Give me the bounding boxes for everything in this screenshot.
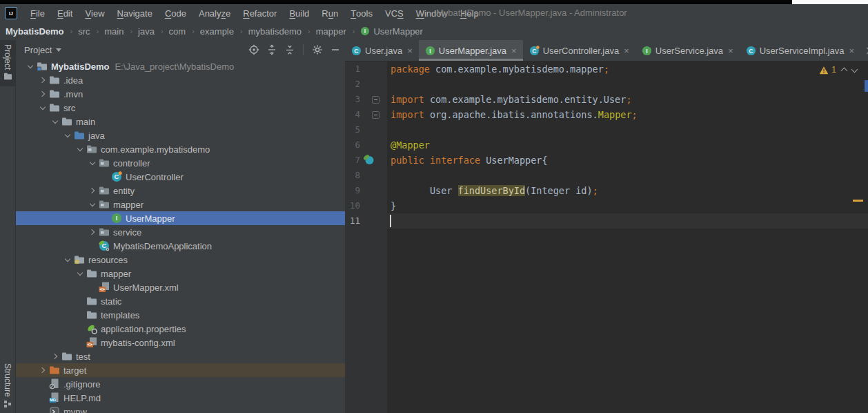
chevron-right-icon[interactable] bbox=[86, 225, 98, 239]
tree-item-main[interactable]: main bbox=[16, 115, 345, 128]
mybatis-mapper-gutter-icon[interactable] bbox=[363, 154, 374, 167]
tree-item-mapper[interactable]: mapper bbox=[16, 267, 345, 280]
tree-item--mvn[interactable]: .mvn bbox=[16, 87, 345, 101]
breadcrumb-item-mybatisdemo[interactable]: MybatisDemo bbox=[0, 26, 66, 37]
menu-code[interactable]: Code bbox=[159, 4, 193, 22]
menu-run[interactable]: Run bbox=[315, 4, 344, 22]
tree-item-controller[interactable]: controller bbox=[16, 156, 345, 170]
select-opened-file-button[interactable] bbox=[248, 44, 259, 56]
next-problem-icon[interactable] bbox=[851, 66, 858, 73]
tab-userserviceimpl-java[interactable]: CUserServiceImpl.java× bbox=[740, 40, 860, 61]
chevron-right-icon[interactable] bbox=[86, 184, 98, 198]
tree-item-resources[interactable]: resources bbox=[16, 253, 345, 267]
settings-gear-button[interactable] bbox=[311, 44, 323, 56]
chevron-right-icon[interactable] bbox=[37, 363, 48, 377]
menu-refactor[interactable]: Refactor bbox=[237, 4, 283, 22]
tree-item-mybatis-config-xml[interactable]: <>mybatis-config.xml bbox=[16, 336, 345, 349]
tree-item--idea[interactable]: .idea bbox=[16, 73, 345, 87]
close-tab-icon[interactable]: × bbox=[624, 46, 629, 55]
tab-userservice-java[interactable]: IUserService.java× bbox=[635, 40, 740, 61]
menu-view[interactable]: View bbox=[79, 4, 110, 22]
code-line-10[interactable]: } bbox=[388, 198, 868, 213]
tool-window-button-project[interactable]: Project bbox=[0, 40, 15, 86]
close-tab-icon[interactable]: × bbox=[849, 46, 855, 55]
tree-item-target[interactable]: target bbox=[16, 363, 345, 377]
close-tab-icon[interactable]: × bbox=[728, 46, 733, 55]
tree-item-mybatisdemoapplication[interactable]: CMybatisDemoApplication bbox=[16, 239, 345, 253]
tree-item-test[interactable]: test bbox=[16, 349, 345, 363]
menu-tools[interactable]: Tools bbox=[344, 4, 379, 22]
code-line-6[interactable]: @Mapper bbox=[388, 137, 868, 153]
tree-item-usermapper[interactable]: IUserMapper bbox=[16, 211, 345, 225]
code-editor[interactable]: 1234567891011 package com.example.mybati… bbox=[345, 61, 868, 413]
hide-panel-button[interactable] bbox=[329, 44, 341, 56]
tree-item-com-example-mybatisdemo[interactable]: com.example.mybatisdemo bbox=[16, 142, 345, 156]
menu-file[interactable]: File bbox=[24, 4, 51, 22]
breadcrumb-item-main[interactable]: main bbox=[99, 26, 125, 37]
code-line-3[interactable]: import com.example.mybatisdemo.entity.Us… bbox=[388, 92, 868, 107]
breadcrumb-item-example[interactable]: example bbox=[195, 26, 235, 37]
line-number: 7 bbox=[345, 153, 360, 168]
fold-region-icon[interactable] bbox=[372, 96, 379, 104]
close-tab-icon[interactable]: × bbox=[511, 46, 517, 55]
chevron-down-icon[interactable] bbox=[86, 198, 98, 211]
code-line-5[interactable] bbox=[388, 122, 868, 137]
chevron-down-icon[interactable] bbox=[49, 115, 61, 128]
menu-build[interactable]: Build bbox=[283, 4, 315, 22]
code-line-9[interactable]: User findUserById(Integer id); bbox=[388, 183, 868, 198]
tool-window-button-structure[interactable]: Structure bbox=[0, 359, 15, 410]
tree-item-usercontroller[interactable]: CUserController bbox=[16, 170, 345, 184]
menu-vcs[interactable]: VCS bbox=[379, 4, 410, 22]
chevron-down-icon[interactable] bbox=[37, 101, 48, 115]
tree-item--gitignore[interactable]: .gitignore bbox=[16, 377, 345, 391]
chevron-down-icon[interactable] bbox=[74, 142, 86, 156]
tree-item-help-md[interactable]: MDHELP.md bbox=[16, 391, 345, 405]
scrollbar-marker-blue[interactable] bbox=[865, 80, 868, 92]
code-line-11[interactable] bbox=[388, 213, 868, 229]
chevron-down-icon[interactable] bbox=[86, 156, 98, 170]
tree-item-application-properties[interactable]: application.properties bbox=[16, 322, 345, 336]
code-line-7[interactable]: public interface UserMapper{ bbox=[388, 153, 868, 168]
code-line-4[interactable]: import org.apache.ibatis.annotations.Map… bbox=[388, 107, 868, 122]
fold-region-icon[interactable] bbox=[372, 111, 379, 119]
breadcrumb-item-mapper[interactable]: mapper bbox=[310, 26, 348, 37]
tree-item-usermapper-xml[interactable]: <>UserMapper.xml bbox=[16, 280, 345, 294]
code-line-1[interactable]: package com.example.mybatisdemo.mapper; bbox=[388, 61, 868, 77]
tab-usercontroller-java[interactable]: CUserController.java× bbox=[523, 40, 635, 61]
chevron-right-icon[interactable] bbox=[37, 87, 48, 101]
menu-edit[interactable]: Edit bbox=[51, 4, 79, 22]
tab-user-java[interactable]: CUser.java× bbox=[345, 40, 419, 61]
scrollbar-warning-marker[interactable] bbox=[853, 200, 863, 202]
chevron-right-icon[interactable] bbox=[37, 73, 48, 87]
tree-item-mapper[interactable]: mapper bbox=[16, 198, 345, 211]
tab-usermapper-java[interactable]: IUserMapper.java× bbox=[419, 40, 523, 61]
breadcrumb-item-mybatisdemo[interactable]: mybatisdemo bbox=[243, 26, 303, 37]
tree-item-entity[interactable]: entity bbox=[16, 184, 345, 198]
close-tab-icon[interactable]: × bbox=[407, 46, 413, 55]
collapse-all-button[interactable] bbox=[284, 44, 295, 56]
tree-item-service[interactable]: service bbox=[16, 225, 345, 239]
chevron-down-icon[interactable] bbox=[74, 267, 86, 280]
project-view-dropdown[interactable]: Project bbox=[24, 45, 61, 55]
tree-item-mybatisdemo[interactable]: MybatisDemoE:\Java_project\MybatisDemo bbox=[16, 59, 345, 73]
tree-item-mvnw[interactable]: mvnw bbox=[16, 405, 345, 413]
menu-analyze[interactable]: Analyze bbox=[193, 4, 237, 22]
chevron-down-icon[interactable] bbox=[24, 59, 36, 73]
breadcrumb-item-java[interactable]: java bbox=[132, 26, 156, 37]
menu-navigate[interactable]: Navigate bbox=[111, 4, 159, 22]
tree-item-src[interactable]: src bbox=[16, 101, 345, 115]
chevron-down-icon[interactable] bbox=[61, 253, 73, 267]
code-line-2[interactable] bbox=[388, 77, 868, 92]
chevron-down-icon[interactable] bbox=[61, 128, 73, 142]
breadcrumb-item-com[interactable]: com bbox=[164, 26, 188, 37]
breadcrumb-item-usermapper[interactable]: IUserMapper bbox=[355, 26, 424, 37]
code-line-8[interactable] bbox=[388, 168, 868, 183]
breadcrumb-item-src[interactable]: src bbox=[72, 26, 91, 37]
chevron-right-icon[interactable] bbox=[49, 349, 61, 363]
tree-item-java[interactable]: java bbox=[16, 128, 345, 142]
tree-item-templates[interactable]: templates bbox=[16, 308, 345, 322]
prev-problem-icon[interactable] bbox=[841, 68, 848, 75]
inspection-widget[interactable]: 1 bbox=[819, 65, 857, 75]
tree-item-static[interactable]: static bbox=[16, 294, 345, 308]
expand-all-button[interactable] bbox=[266, 44, 277, 56]
